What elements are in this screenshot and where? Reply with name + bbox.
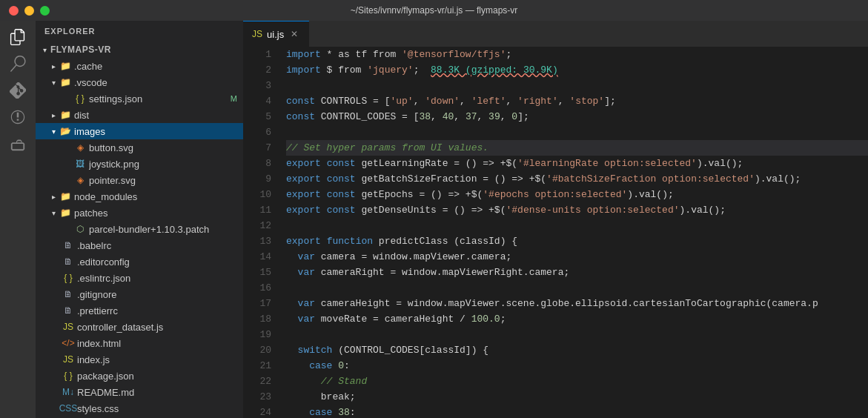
folder-icon: 📁 [59, 109, 71, 121]
code-line-9: export const getBatchSizeFraction = () =… [286, 171, 868, 187]
vscode-label: .vscode [74, 77, 243, 88]
folder-arrow-icon: ▸ [47, 193, 59, 201]
tab-ui-js[interactable]: JS ui.js ✕ [243, 21, 309, 47]
png-icon: 🖼 [74, 158, 86, 170]
activity-debug[interactable] [7, 107, 28, 127]
sidebar-item-joystick[interactable]: 🖼 joystick.png [36, 156, 243, 172]
sidebar-item-node-modules[interactable]: ▸ 📁 node_modules [36, 188, 243, 205]
images-label: images [74, 126, 243, 137]
svg-icon: ◈ [74, 174, 86, 186]
code-line-17: var cameraHeight = window.mapViewer.scen… [286, 296, 868, 311]
code-line-20: switch (CONTROL_CODES[classId]) { [286, 342, 868, 358]
sidebar-item-gitignore[interactable]: 🗎 .gitignore [36, 286, 243, 302]
code-line-1: import * as tf from '@tensorflow/tfjs'; [286, 47, 868, 62]
index-html-label: index.html [77, 338, 243, 349]
folder-icon: 📁 [59, 76, 71, 88]
patches-label: patches [74, 208, 243, 219]
folder-icon: 📁 [59, 60, 71, 72]
code-line-22: // Stand [286, 374, 868, 389]
file-icon: 🗎 [62, 256, 74, 268]
json-icon: { } [74, 93, 86, 104]
code-line-3 [286, 78, 868, 93]
project-label: FLYMAPS-VR [50, 44, 243, 55]
modified-badge: M [231, 94, 237, 103]
sidebar-header: EXPLORER [36, 21, 243, 42]
controller-label: controller_dataset.js [77, 322, 243, 333]
sidebar-item-prettierrc[interactable]: 🗎 .prettierrc [36, 302, 243, 319]
activity-explorer[interactable] [7, 27, 28, 47]
sidebar-item-button-svg[interactable]: ◈ button.svg [36, 139, 243, 156]
editor-area: JS ui.js ✕ 1 2 3 4 5 6 7 8 9 10 11 12 13 [243, 21, 868, 418]
sidebar-item-vscode[interactable]: ▾ 📁 .vscode [36, 74, 243, 90]
code-line-21: case 0: [286, 358, 868, 374]
button-svg-label: button.svg [89, 142, 243, 153]
sidebar-item-dist[interactable]: ▸ 📁 dist [36, 107, 243, 123]
maximize-button[interactable] [40, 6, 50, 16]
sidebar-item-patches[interactable]: ▾ 📁 patches [36, 205, 243, 221]
html-icon: </> [62, 337, 74, 349]
folder-open-icon: 📂 [59, 125, 71, 137]
folder-arrow-icon: ▸ [47, 111, 59, 119]
js-icon: JS [62, 321, 74, 333]
patch-icon: ⬡ [74, 223, 86, 235]
code-line-7: // Set hyper params from UI values. [286, 140, 868, 156]
code-line-24: case 38: [286, 405, 868, 418]
md-icon: M↓ [62, 386, 74, 398]
parcel-patch-label: parcel-bundler+1.10.3.patch [89, 224, 243, 235]
code-line-19 [286, 327, 868, 342]
code-line-13: export function predictClass (classId) { [286, 233, 868, 249]
folder-icon: 📁 [59, 190, 71, 202]
line-numbers: 1 2 3 4 5 6 7 8 9 10 11 12 13 14 15 16 1… [243, 47, 280, 418]
code-line-6 [286, 125, 868, 140]
window-controls[interactable] [9, 6, 50, 16]
editor-content[interactable]: 1 2 3 4 5 6 7 8 9 10 11 12 13 14 15 16 1… [243, 47, 868, 418]
code-line-18: var moveRate = cameraHeight / 100.0; [286, 311, 868, 327]
tab-label: ui.js [267, 29, 284, 40]
sidebar-item-styles-css[interactable]: CSS styles.css [36, 400, 243, 417]
folder-arrow-icon: ▾ [47, 79, 59, 87]
activity-extensions[interactable] [7, 133, 28, 154]
editorconfig-label: .editorconfig [77, 256, 243, 268]
activity-search[interactable] [7, 53, 28, 74]
sidebar-item-images[interactable]: ▾ 📂 images [36, 123, 243, 139]
file-icon: 🗎 [62, 239, 74, 251]
pointer-label: pointer.svg [89, 175, 243, 186]
folder-arrow-icon: ▾ [47, 209, 59, 217]
file-tree: ▾ FLYMAPS-VR ▸ 📁 .cache ▾ 📁 .vscode { } … [36, 42, 243, 418]
sidebar-item-babelrc[interactable]: 🗎 .babelrc [36, 237, 243, 253]
code-line-8: export const getLearningRate = () => +$(… [286, 156, 868, 171]
sidebar-item-controller[interactable]: JS controller_dataset.js [36, 319, 243, 335]
sidebar-item-parcel-patch[interactable]: ⬡ parcel-bundler+1.10.3.patch [36, 221, 243, 237]
sidebar-item-package-json[interactable]: { } package.json [36, 368, 243, 384]
node-modules-label: node_modules [74, 191, 243, 202]
tab-close-button[interactable]: ✕ [288, 28, 300, 40]
package-json-label: package.json [77, 371, 243, 382]
json-icon: { } [62, 272, 74, 284]
eslintrc-label: .eslintrc.json [77, 273, 243, 284]
close-button[interactable] [9, 6, 19, 16]
sidebar-item-cache[interactable]: ▸ 📁 .cache [36, 58, 243, 74]
code-area[interactable]: import * as tf from '@tensorflow/tfjs'; … [280, 47, 868, 418]
sidebar-item-index-js[interactable]: JS index.js [36, 351, 243, 368]
code-line-14: var camera = window.mapViewer.camera; [286, 249, 868, 265]
project-root[interactable]: ▾ FLYMAPS-VR [36, 42, 243, 58]
dist-label: dist [74, 110, 243, 121]
code-line-16 [286, 280, 868, 296]
styles-css-label: styles.css [77, 403, 243, 414]
sidebar-item-readme[interactable]: M↓ README.md [36, 384, 243, 400]
sidebar: EXPLORER ▾ FLYMAPS-VR ▸ 📁 .cache ▾ 📁 .vs… [36, 21, 243, 418]
arrow-icon: ▾ [39, 46, 50, 54]
svg-icon: ◈ [74, 142, 86, 153]
code-line-11: export const getDenseUnits = () => +$('#… [286, 202, 868, 218]
sidebar-item-index-html[interactable]: </> index.html [36, 335, 243, 351]
code-line-12 [286, 218, 868, 233]
cache-label: .cache [74, 61, 243, 72]
sidebar-item-pointer[interactable]: ◈ pointer.svg [36, 172, 243, 188]
folder-icon: 📁 [59, 207, 71, 219]
sidebar-item-eslintrc[interactable]: { } .eslintrc.json [36, 270, 243, 286]
activity-git[interactable] [7, 80, 28, 101]
minimize-button[interactable] [24, 6, 34, 16]
file-icon: 🗎 [62, 305, 74, 316]
sidebar-item-editorconfig[interactable]: 🗎 .editorconfig [36, 253, 243, 270]
sidebar-item-settings[interactable]: { } settings.json M [36, 90, 243, 107]
